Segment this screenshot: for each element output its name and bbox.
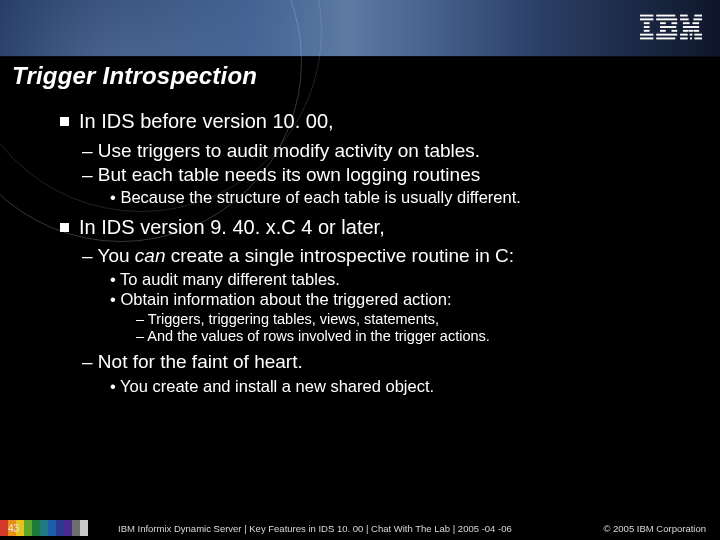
footer-chip: [56, 520, 64, 536]
slide-number: 43: [8, 523, 19, 534]
s1-l2-2-text-wrap: But each table needs its own logging rou…: [82, 164, 480, 185]
s2-l2-item-1: You can create a single introspective ro…: [82, 245, 690, 345]
bullet-square-icon: [60, 223, 69, 232]
svg-rect-10: [671, 22, 677, 24]
svg-rect-23: [683, 30, 689, 32]
svg-rect-6: [640, 37, 653, 39]
svg-rect-2: [644, 22, 650, 24]
s2-l2-1-pre: You: [98, 245, 135, 266]
s2-l3-1-text: To audit many different tables.: [120, 270, 340, 288]
s1-l2-item-2: But each table needs its own logging rou…: [82, 164, 690, 208]
s2-l3-item-1: To audit many different tables.: [110, 270, 690, 289]
svg-rect-11: [660, 26, 676, 28]
s1-l2-item-1: Use triggers to audit modify activity on…: [82, 140, 690, 162]
svg-rect-29: [680, 37, 688, 39]
svg-rect-21: [692, 22, 699, 24]
svg-rect-5: [640, 34, 653, 36]
s1-l3-item-1: Because the structure of each table is u…: [110, 188, 690, 207]
section-1-head-text: In IDS before version 10. 00,: [79, 110, 334, 132]
footer-chip: [80, 520, 88, 536]
footer-chip: [0, 520, 8, 536]
s2-l3-3-text: You create and install a new shared obje…: [120, 377, 434, 395]
s2-l2-1-text-wrap: You can create a single introspective ro…: [82, 245, 514, 266]
footer-right-text: © 2005 IBM Corporation: [603, 523, 706, 534]
svg-rect-1: [640, 18, 653, 20]
s2-l3-item-3: You create and install a new shared obje…: [110, 377, 690, 396]
s2-l3-2-text: Obtain information about the triggered a…: [120, 290, 451, 308]
section-1-heading: In IDS before version 10. 00,: [60, 110, 690, 134]
footer-chip: [40, 520, 48, 536]
footer-left-text: IBM Informix Dynamic Server | Key Featur…: [118, 523, 512, 534]
s1-l2-1-text: Use triggers to audit modify activity on…: [98, 140, 480, 161]
s1-l2-2-text: But each table needs its own logging rou…: [98, 164, 480, 185]
svg-rect-13: [671, 30, 677, 32]
svg-rect-30: [690, 37, 692, 39]
svg-rect-28: [694, 34, 702, 36]
svg-rect-20: [683, 22, 690, 24]
section-2-head-text: In IDS version 9. 40. x.C 4 or later,: [79, 216, 385, 238]
s2-l2-1-em: can: [135, 245, 166, 266]
ibm-logo: [640, 14, 702, 40]
s2-l4-item-1: Triggers, triggering tables, views, stat…: [136, 311, 690, 328]
bullet-square-icon: [60, 117, 69, 126]
footer-chip: [72, 520, 80, 536]
svg-rect-15: [656, 37, 675, 39]
s2-l4-1-text: Triggers, triggering tables, views, stat…: [148, 311, 439, 327]
svg-rect-16: [680, 15, 688, 17]
header-banner: [0, 0, 720, 57]
footer-chip: [64, 520, 72, 536]
svg-rect-17: [694, 15, 702, 17]
footer-chip: [48, 520, 56, 536]
svg-rect-8: [656, 18, 677, 20]
svg-rect-12: [660, 30, 666, 32]
svg-rect-22: [683, 26, 699, 28]
svg-rect-25: [693, 30, 699, 32]
footer-chip: [32, 520, 40, 536]
s2-l3-2-text-wrap: Obtain information about the triggered a…: [110, 290, 452, 308]
footer-chip: [24, 520, 32, 536]
svg-rect-27: [690, 34, 693, 36]
svg-rect-3: [644, 26, 650, 28]
svg-rect-19: [693, 18, 702, 20]
s1-l3-1-text: Because the structure of each table is u…: [120, 188, 521, 206]
s2-l4-2-text: And the values of rows involved in the t…: [147, 328, 490, 344]
svg-rect-4: [644, 30, 650, 32]
s2-l2-2-text: Not for the faint of heart.: [98, 351, 303, 372]
svg-rect-0: [640, 15, 653, 17]
slide-body: In IDS before version 10. 00, Use trigge…: [60, 110, 690, 508]
section-1: In IDS before version 10. 00, Use trigge…: [60, 110, 690, 208]
footer: 43 IBM Informix Dynamic Server | Key Fea…: [0, 516, 720, 540]
s2-l2-2-text-wrap: Not for the faint of heart.: [82, 351, 303, 372]
svg-rect-26: [680, 34, 688, 36]
s2-l3-item-2: Obtain information about the triggered a…: [110, 290, 690, 345]
s2-l4-item-2: And the values of rows involved in the t…: [136, 328, 690, 345]
svg-rect-7: [656, 15, 675, 17]
section-2-heading: In IDS version 9. 40. x.C 4 or later,: [60, 216, 690, 240]
section-2: In IDS version 9. 40. x.C 4 or later, Yo…: [60, 216, 690, 397]
svg-rect-14: [656, 34, 677, 36]
s2-l2-1-post: create a single introspective routine in…: [166, 245, 515, 266]
svg-rect-31: [694, 37, 702, 39]
svg-rect-24: [689, 30, 693, 32]
s2-l2-item-2: Not for the faint of heart. You create a…: [82, 351, 690, 397]
slide-title: Trigger Introspection: [12, 62, 257, 90]
svg-rect-9: [660, 22, 666, 24]
svg-rect-18: [680, 18, 689, 20]
